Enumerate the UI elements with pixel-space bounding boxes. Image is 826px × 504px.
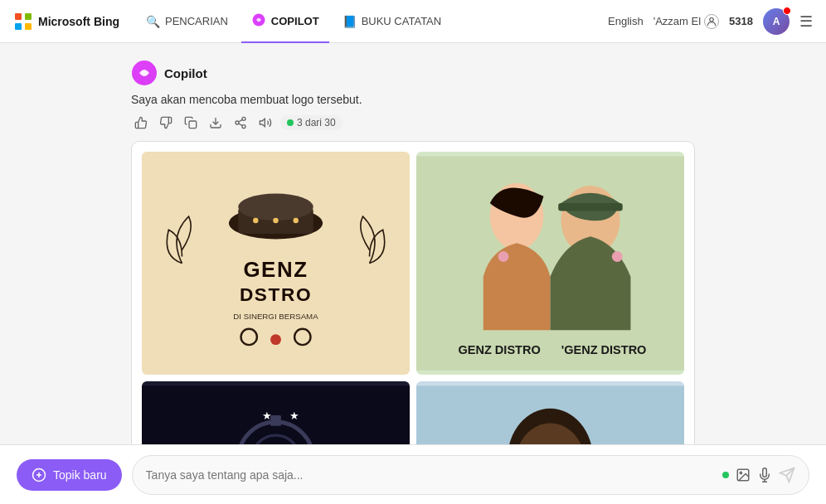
tab-copilot-label: COPILOT <box>271 15 319 27</box>
send-button[interactable] <box>779 467 795 483</box>
svg-point-72 <box>740 472 741 473</box>
new-topic-icon <box>32 468 46 482</box>
svg-text:DSTRO: DSTRO <box>240 284 312 305</box>
microphone-icon <box>757 468 772 482</box>
sound-button[interactable] <box>255 114 275 131</box>
chat-input-wrapper <box>132 455 809 495</box>
svg-point-11 <box>242 117 245 120</box>
bottom-bar: Topik baru <box>0 444 826 504</box>
dislike-button[interactable] <box>156 114 176 131</box>
svg-point-13 <box>242 125 245 128</box>
new-topic-label: Topik baru <box>53 468 107 482</box>
svg-text:GENZ DISTRO: GENZ DISTRO <box>459 343 541 356</box>
svg-point-6 <box>710 17 714 22</box>
count-badge: 3 dari 30 <box>280 115 343 130</box>
nav-right: English 'Azzam El 5318 A ☰ <box>608 8 813 35</box>
svg-text:GENZ: GENZ <box>243 258 308 281</box>
image-search-button[interactable] <box>736 468 751 482</box>
chat-container: Copilot Saya akan mencoba membuat logo t… <box>131 60 695 444</box>
svg-line-14 <box>239 124 243 126</box>
logo-image-4[interactable]: GENZDISTRO FEARLESS INTERMASIAL BRAND <box>416 381 684 444</box>
user-icon <box>704 14 719 29</box>
language-label[interactable]: English <box>608 15 644 27</box>
logo-image-3[interactable]: ★ ★ ★ ★ GENZ DISTRO GENUINE STYLE <box>142 381 410 444</box>
points-text: 5318 <box>729 15 753 27</box>
svg-rect-4 <box>25 23 32 30</box>
chat-input[interactable] <box>146 468 716 482</box>
like-button[interactable] <box>131 114 151 131</box>
logo[interactable]: Microsoft Bing <box>13 12 119 32</box>
svg-point-37 <box>612 251 623 262</box>
svg-text:DI SINERGI BERSAMA: DI SINERGI BERSAMA <box>233 312 318 321</box>
svg-rect-33 <box>558 203 623 211</box>
svg-point-20 <box>238 194 313 220</box>
nav-tabs: 🔍 PENCARIAN COPILOT <box>136 7 601 35</box>
count-text: 3 dari 30 <box>297 117 336 128</box>
search-icon: 🔍 <box>146 15 160 28</box>
avatar-badge <box>783 7 791 15</box>
svg-text:'GENZ DISTRO: 'GENZ DISTRO <box>561 343 647 356</box>
copilot-nav-icon <box>251 12 266 30</box>
copilot-logo-icon <box>131 60 158 86</box>
tab-pencarian-label: PENCARIAN <box>165 15 228 27</box>
menu-icon[interactable]: ☰ <box>799 12 813 31</box>
tab-copilot[interactable]: COPILOT <box>241 7 329 35</box>
tab-buku-catatan[interactable]: 📘 BUKU CATATAN <box>333 10 452 33</box>
svg-point-22 <box>273 218 278 223</box>
new-topic-button[interactable]: Topik baru <box>17 459 122 491</box>
svg-rect-9 <box>189 121 197 128</box>
svg-point-28 <box>270 334 281 345</box>
input-icons <box>722 467 795 483</box>
chat-message: Saya akan mencoba membuat logo tersebut. <box>131 93 695 106</box>
logo-text: Microsoft Bing <box>38 15 119 28</box>
image-grid: GENZ DSTRO DI SINERGI BERSAMA <box>131 141 695 444</box>
avatar[interactable]: A <box>763 8 790 35</box>
notebook-icon: 📘 <box>343 15 357 28</box>
bing-logo-icon <box>13 12 33 32</box>
svg-rect-1 <box>15 13 22 20</box>
svg-point-12 <box>236 121 239 124</box>
svg-rect-3 <box>15 23 22 30</box>
avatar-initials: A <box>773 16 780 27</box>
username-area[interactable]: 'Azzam El <box>654 14 719 29</box>
image-search-icon <box>736 468 751 482</box>
online-dot <box>722 472 729 478</box>
navbar: Microsoft Bing 🔍 PENCARIAN <box>0 0 826 43</box>
tab-buku-catatan-label: BUKU CATATAN <box>362 15 442 27</box>
main-content: Copilot Saya akan mencoba membuat logo t… <box>0 43 826 444</box>
username-text: 'Azzam El <box>654 15 701 27</box>
microphone-button[interactable] <box>757 468 772 482</box>
svg-text:★: ★ <box>289 410 299 422</box>
download-button[interactable] <box>206 114 226 131</box>
svg-text:★: ★ <box>262 410 272 422</box>
svg-point-23 <box>293 218 298 223</box>
copilot-name-label: Copilot <box>164 66 207 80</box>
copy-button[interactable] <box>181 114 201 131</box>
logo-image-1[interactable]: GENZ DSTRO DI SINERGI BERSAMA <box>142 152 410 375</box>
logo-image-2[interactable]: GENZ DISTRO 'GENZ DISTRO <box>416 152 684 375</box>
svg-point-8 <box>142 70 147 75</box>
svg-rect-30 <box>416 156 684 370</box>
tab-pencarian[interactable]: 🔍 PENCARIAN <box>136 10 238 33</box>
svg-marker-16 <box>260 119 265 126</box>
copilot-header: Copilot <box>131 60 695 86</box>
action-bar: 3 dari 30 <box>131 114 695 131</box>
svg-line-15 <box>239 119 243 122</box>
svg-point-36 <box>498 251 509 262</box>
svg-rect-2 <box>25 13 32 20</box>
send-icon <box>779 467 795 483</box>
count-dot <box>287 119 294 126</box>
share-button[interactable] <box>231 114 250 131</box>
svg-point-21 <box>253 218 258 223</box>
